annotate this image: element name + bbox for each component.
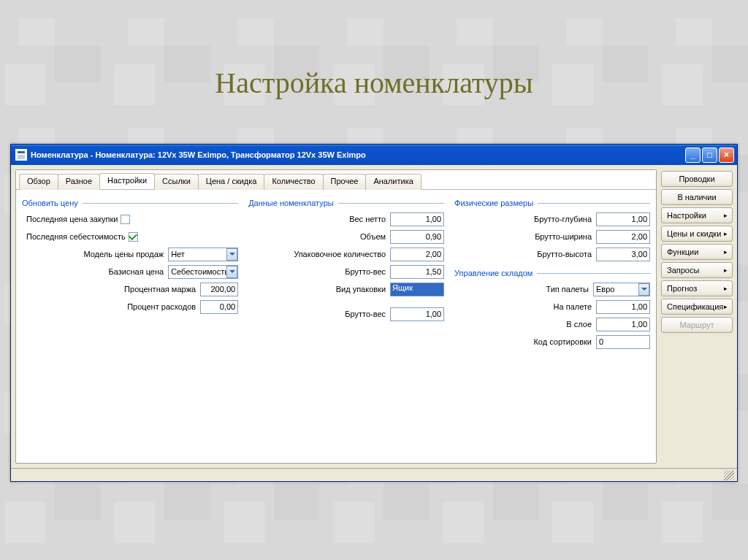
titlebar[interactable]: Номенклатура - Номенклатура: 12Vx 35W Ex… xyxy=(11,145,737,165)
sort-code-label: Код сортировки xyxy=(533,337,592,346)
percent-costs-input[interactable] xyxy=(200,300,238,314)
group-update-price: Обновить цену xyxy=(22,199,238,207)
btn-settings[interactable]: Настройки xyxy=(661,207,733,223)
on-pallet-input[interactable] xyxy=(596,300,650,314)
slide-title: Настройка номенклатуры xyxy=(0,0,748,144)
depth-input[interactable] xyxy=(596,212,650,226)
gross-weight2-input[interactable] xyxy=(390,307,444,321)
on-pallet-label: На палете xyxy=(554,302,592,311)
group-warehouse-label: Управление складом xyxy=(454,269,533,277)
minimize-button[interactable]: _ xyxy=(685,147,701,163)
btn-spec-label: Спецификация xyxy=(667,302,723,311)
pack-type-label: Вид упаковки xyxy=(336,285,386,294)
gross-weight-input[interactable] xyxy=(390,265,444,279)
last-purchase-label: Последняя цена закупки xyxy=(26,215,118,223)
tab-settings[interactable]: Настройки xyxy=(99,173,155,189)
maximize-button[interactable]: □ xyxy=(702,147,717,163)
width-input[interactable] xyxy=(596,230,650,244)
width-label: Брутто-ширина xyxy=(535,232,592,241)
btn-spec[interactable]: Спецификация xyxy=(661,299,733,315)
side-panel: Проводки В наличии Настройки Цены и скид… xyxy=(661,169,733,464)
resize-grip-icon[interactable] xyxy=(724,470,734,480)
btn-forecast-label: Прогноз xyxy=(667,284,697,293)
btn-prices-discounts[interactable]: Цены и скидки xyxy=(661,226,733,242)
pack-type-input[interactable]: Ящик xyxy=(390,283,444,296)
tab-overview[interactable]: Обзор xyxy=(19,174,58,190)
percent-costs-label: Процент расходов xyxy=(127,302,196,311)
net-weight-input[interactable] xyxy=(390,212,444,226)
btn-queries[interactable]: Запросы xyxy=(661,262,733,278)
btn-postings[interactable]: Проводки xyxy=(661,171,733,187)
pack-qty-label: Упаковочное количество xyxy=(294,250,386,258)
tab-strip: Обзор Разное Настройки Ссылки Цена / ски… xyxy=(16,170,656,190)
group-item-data-label: Данные номенклатуры xyxy=(248,199,334,207)
close-button[interactable]: × xyxy=(719,147,734,163)
btn-functions[interactable]: Функции xyxy=(661,244,733,260)
tab-price-discount[interactable]: Цена / скидка xyxy=(198,174,265,190)
btn-forecast[interactable]: Прогноз xyxy=(661,280,733,296)
tab-analytics[interactable]: Аналитика xyxy=(365,174,421,190)
volume-input[interactable] xyxy=(390,230,444,244)
sales-model-label: Модель цены продаж xyxy=(83,250,164,258)
group-warehouse: Управление складом xyxy=(454,269,650,277)
statusbar xyxy=(11,468,737,481)
btn-queries-label: Запросы xyxy=(667,266,699,275)
base-price-label: Базисная цена xyxy=(109,267,164,276)
dropdown-icon[interactable] xyxy=(226,266,237,278)
btn-settings-label: Настройки xyxy=(667,211,706,220)
app-window: Номенклатура - Номенклатура: 12Vx 35W Ex… xyxy=(10,144,738,482)
btn-prices-label: Цены и скидки xyxy=(667,229,721,238)
group-physical-label: Физические размеры xyxy=(454,199,533,207)
pallet-type-label: Тип палеты xyxy=(546,285,589,294)
pack-qty-input[interactable] xyxy=(390,248,444,261)
in-layer-label: В слое xyxy=(566,320,592,329)
tab-misc[interactable]: Разное xyxy=(58,174,100,190)
percent-margin-label: Процентная маржа xyxy=(124,285,196,294)
last-cost-checkbox[interactable] xyxy=(129,232,138,242)
last-cost-label: Последняя себестоимость xyxy=(26,232,126,241)
in-layer-input[interactable] xyxy=(596,318,650,331)
main-panel: Обзор Разное Настройки Ссылки Цена / ски… xyxy=(15,169,657,464)
dropdown-icon[interactable] xyxy=(226,248,237,261)
tab-links[interactable]: Ссылки xyxy=(154,174,199,190)
tab-other[interactable]: Прочее xyxy=(323,174,367,190)
group-update-price-label: Обновить цену xyxy=(22,199,78,207)
volume-label: Объем xyxy=(360,232,386,241)
sort-code-input[interactable] xyxy=(596,335,650,349)
depth-label: Брутто-глубина xyxy=(534,215,592,223)
dropdown-icon[interactable] xyxy=(638,283,649,296)
tab-quantity[interactable]: Количество xyxy=(264,174,323,190)
btn-functions-label: Функции xyxy=(667,248,698,256)
height-label: Брутто-высота xyxy=(537,250,592,258)
last-purchase-checkbox[interactable] xyxy=(121,215,130,224)
window-icon xyxy=(15,149,27,161)
window-title: Номенклатура - Номенклатура: 12Vx 35W Ex… xyxy=(31,150,685,159)
gross-weight-label: Брутто-вес xyxy=(345,267,386,276)
group-item-data: Данные номенклатуры xyxy=(248,199,444,207)
btn-on-hand[interactable]: В наличии xyxy=(661,189,733,205)
gross-weight2-label: Брутто-вес xyxy=(345,310,386,318)
height-input[interactable] xyxy=(596,248,650,261)
group-physical: Физические размеры xyxy=(454,199,650,207)
net-weight-label: Вес нетто xyxy=(349,215,386,223)
btn-route: Маршрут xyxy=(661,317,733,333)
percent-margin-input[interactable] xyxy=(200,283,238,296)
